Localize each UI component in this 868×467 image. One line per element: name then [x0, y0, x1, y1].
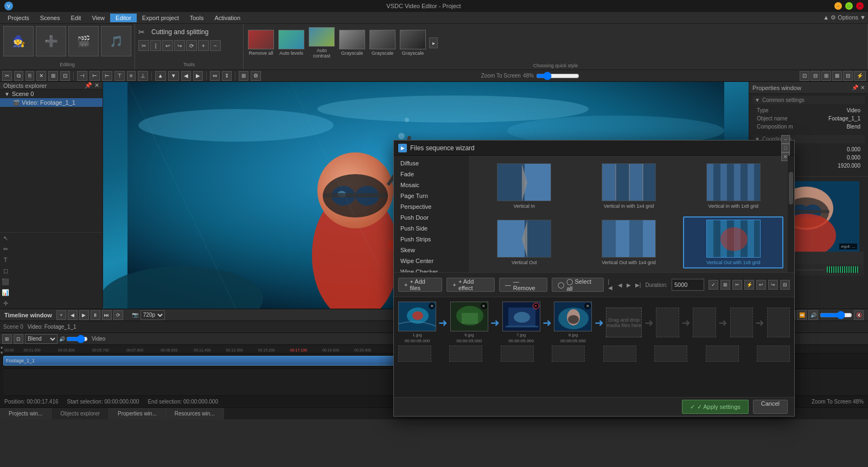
maximize-button[interactable]: □ — [845, 2, 853, 10]
film-item-1[interactable]: ✕ 1.jpg 00:00:05.000 — [398, 302, 436, 343]
add-object-button[interactable]: ➕ — [36, 26, 66, 56]
add-effect-btn[interactable]: + + Add effect — [446, 278, 494, 292]
move-down-btn[interactable]: ▼ — [168, 71, 179, 81]
nav-next-btn[interactable]: ▶| — [635, 282, 641, 288]
list-diffuse[interactable]: Diffuse — [394, 158, 469, 169]
list-push-strips[interactable]: Push Strips — [394, 234, 469, 245]
tool-move[interactable]: ✛ — [0, 298, 11, 309]
add-files-btn[interactable]: + + Add files — [398, 278, 442, 292]
list-push-side[interactable]: Push Side — [394, 223, 469, 234]
transition-vert-in-8[interactable]: Vertical In with 1x8 grid — [683, 160, 783, 212]
tab-projects[interactable]: Projects win... — [0, 408, 52, 419]
nav-prev-frame[interactable]: ◀ — [618, 282, 622, 288]
select-all-btn[interactable]: ◯ ◯ Select all — [552, 278, 603, 292]
more-effects-btn[interactable]: ▸ — [429, 37, 438, 48]
tl-add-btn[interactable]: + — [56, 310, 66, 320]
view-btn-3[interactable]: ⊞ — [821, 71, 831, 81]
tl-next-btn[interactable]: ⏭ — [102, 310, 112, 320]
grayscale-btn-1[interactable]: Grayscale — [338, 29, 366, 57]
list-page-turn[interactable]: Page Turn — [394, 190, 469, 201]
group-btn[interactable]: ⊡ — [60, 71, 70, 81]
redo-btn[interactable]: ↪ — [174, 40, 185, 51]
close-button[interactable]: ✕ — [856, 2, 864, 10]
flip-h-btn[interactable]: ⇔ — [210, 71, 220, 81]
menu-export[interactable]: Export project — [137, 14, 184, 22]
tool-fill[interactable]: ⬛ — [0, 276, 11, 287]
pin-icon[interactable]: 📌 — [85, 82, 92, 89]
tl-vol-btn[interactable]: 🔊 — [808, 310, 818, 320]
zoom-out-btn[interactable]: − — [210, 40, 221, 51]
film-item-6[interactable]: ✕ 6.jpg 00:00:05.000 — [450, 302, 488, 343]
transition-arrow-1[interactable]: ➜ — [438, 308, 448, 337]
transition-arrow-3[interactable]: ➜ — [542, 308, 552, 337]
menu-editor[interactable]: Editor — [110, 14, 137, 22]
select-all-act[interactable]: ⊞ — [48, 71, 58, 81]
film-6-close[interactable]: ✕ — [481, 303, 487, 309]
nav-next-frame[interactable]: ▶ — [627, 282, 631, 288]
undo-icon-btn[interactable]: ↩ — [756, 280, 766, 290]
transition-vert-out-4[interactable]: Vertical Out with 1x4 grid — [579, 216, 679, 268]
align-center-btn[interactable]: ⊢ — [90, 71, 100, 81]
accept-icon-btn[interactable]: ✓ — [709, 280, 718, 290]
view-btn-5[interactable]: ⊟ — [843, 71, 853, 81]
align-right-btn[interactable]: ⊢ — [102, 71, 112, 81]
menu-projects[interactable]: Projects — [2, 14, 35, 22]
list-skew[interactable]: Skew — [394, 245, 469, 255]
cut-action-btn[interactable]: ✂ — [2, 71, 12, 81]
tl-loop-btn[interactable]: ⟳ — [113, 310, 123, 320]
zoom-in-btn[interactable]: + — [198, 40, 209, 51]
view-btn-4[interactable]: ⊠ — [832, 71, 842, 81]
tool-chart[interactable]: 📊 — [0, 287, 11, 298]
film-item-8[interactable]: ✕ 8.jpg 00:00:05.000 — [554, 302, 592, 343]
close-props-icon[interactable]: ✕ — [860, 85, 865, 91]
transition-vert-out-8[interactable]: Vertical Out with 1x8 grid — [683, 216, 783, 268]
tl-prev-btn[interactable]: ◀ — [68, 310, 78, 320]
tool-arrow[interactable]: ↖ — [0, 233, 11, 244]
fx-icon-btn[interactable]: ⚡ — [744, 280, 754, 290]
align-left-btn[interactable]: ⊣ — [77, 71, 87, 81]
run-wizard-button[interactable]: 🧙 — [3, 26, 34, 56]
menu-edit[interactable]: Edit — [65, 14, 86, 22]
quality-select[interactable]: 720p — [141, 310, 165, 320]
dialog-min-btn[interactable]: − — [781, 135, 790, 144]
dialog-max-btn[interactable]: □ — [781, 144, 790, 152]
minimize-button[interactable]: − — [834, 2, 842, 10]
list-wipe-checker[interactable]: Wipe Checker — [394, 266, 469, 272]
split-btn[interactable]: | — [150, 40, 161, 51]
undo-btn[interactable]: ↩ — [162, 40, 173, 51]
grayscale-btn-3[interactable]: Grayscale — [399, 29, 427, 57]
menu-tools[interactable]: Tools — [184, 14, 209, 22]
crop-icon-btn[interactable]: ✂ — [732, 280, 742, 290]
settings-btn[interactable]: ⚙ — [251, 71, 261, 81]
tool-pen[interactable]: ✏ — [0, 244, 11, 254]
object-name-row[interactable]: Object name Footage_1_1 — [752, 114, 865, 123]
auto-contrast-btn[interactable]: Auto contrast — [308, 26, 336, 60]
paste-btn[interactable]: ⎘ — [25, 71, 34, 81]
list-fade[interactable]: Fade — [394, 169, 469, 180]
grid-btn[interactable]: ⊞ — [239, 71, 248, 81]
align-top-btn[interactable]: ⊤ — [114, 71, 125, 81]
tab-properties[interactable]: Properties win... — [109, 408, 166, 419]
menu-activation[interactable]: Activation — [209, 14, 246, 22]
tl-extra-btn3[interactable]: ⏩ — [797, 310, 807, 320]
tab-resources[interactable]: Resources win... — [166, 408, 224, 419]
transition-arrow-2[interactable]: ➜ — [490, 308, 500, 337]
scene0-item[interactable]: ▼ Scene 0 — [0, 89, 103, 98]
nav-prev-btn[interactable]: |◀ — [608, 279, 614, 291]
view-btn-2[interactable]: ⊟ — [810, 71, 820, 81]
tab-objects[interactable]: Objects explorer — [52, 408, 109, 419]
apply-settings-btn[interactable]: ✓ ✓ Apply settings — [682, 400, 749, 414]
scrollbar-thumb[interactable] — [789, 172, 793, 204]
tool-shape[interactable]: ◻ — [0, 265, 11, 276]
list-perspective[interactable]: Perspective — [394, 201, 469, 212]
more-icon-btn[interactable]: ⊟ — [780, 280, 790, 290]
film-1-close[interactable]: ✕ — [429, 303, 435, 309]
transition-vert-in[interactable]: Vertical In — [474, 160, 575, 212]
tl-pause-btn[interactable]: ⏸ — [91, 310, 100, 320]
transition-arrow-4[interactable]: ➜ — [594, 308, 604, 337]
zoom-slider[interactable] — [536, 72, 579, 80]
dialog-scrollbar[interactable] — [788, 156, 794, 272]
drop-zone[interactable]: Drag and drop media files here — [606, 308, 642, 337]
film-7-close[interactable]: ✕ — [533, 303, 539, 309]
blend-select[interactable]: Blend — [25, 334, 58, 344]
